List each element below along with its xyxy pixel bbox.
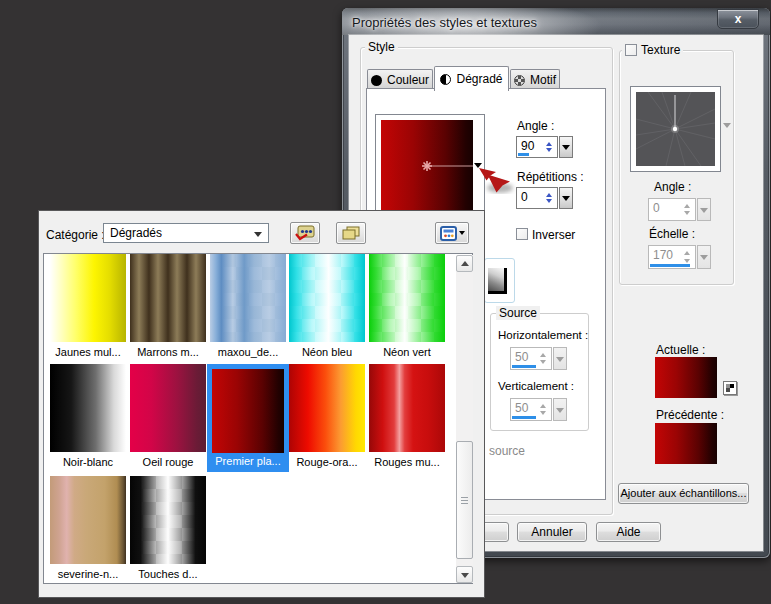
dialog-titlebar[interactable]: Propriétés des styles et textures	[342, 8, 770, 35]
edit-swatches-button[interactable]	[290, 222, 320, 244]
texture-preview-box	[630, 86, 721, 172]
tab-motif-label: Motif	[530, 73, 556, 87]
cancel-button[interactable]: Annuler	[517, 522, 587, 542]
spinner-meter-bar	[518, 153, 529, 156]
gradient-swatch[interactable]	[130, 364, 206, 452]
tab-couleur-label: Couleur	[387, 73, 429, 87]
link-source-label: source	[489, 444, 525, 458]
texture-checkbox[interactable]	[625, 44, 637, 56]
gradient-swatch[interactable]	[130, 476, 206, 564]
scrollbar-grip	[461, 503, 468, 504]
gradient-swatch[interactable]	[50, 254, 126, 342]
texture-preview	[636, 92, 715, 166]
scrollbar[interactable]	[456, 255, 473, 583]
gradient-swatch-label: Noir-blanc	[44, 456, 132, 468]
tab-degrade[interactable]: Dégradé	[434, 66, 509, 91]
tab-couleur[interactable]: Couleur	[367, 69, 433, 90]
category-combobox[interactable]: Dégradés	[103, 223, 269, 243]
texture-check-row: Texture	[622, 43, 683, 57]
gradient-swatch-label: Jaunes mul...	[44, 346, 132, 358]
spinner-dropdown-icon	[556, 408, 564, 413]
spinner-meter-bar	[650, 264, 690, 267]
spinner-value-box: 170	[648, 245, 696, 269]
gradient-swatch[interactable]	[50, 476, 126, 564]
gradient-swatch[interactable]	[212, 369, 284, 453]
spinner-value-box[interactable]: 0	[516, 187, 558, 209]
scrollbar-down-button[interactable]	[456, 566, 473, 583]
invert-label: Inverser	[532, 228, 575, 242]
scrollbar-thumb[interactable]	[456, 441, 473, 559]
horizontal-spinner[interactable]: 50	[510, 347, 567, 370]
spinner-dropdown-button	[697, 198, 711, 221]
angle-label: Angle :	[517, 119, 554, 133]
spinner-dropdown-button[interactable]	[559, 187, 573, 209]
spin-up-icon	[540, 404, 546, 408]
help-button[interactable]: Aide	[596, 522, 661, 542]
folders-icon	[341, 225, 361, 241]
gradient-preview[interactable]	[381, 120, 473, 210]
edit-swatches-icon	[295, 225, 315, 241]
red-arrow-cursor	[476, 164, 520, 204]
add-to-swatches-button[interactable]: Ajouter aux échantillons...	[618, 483, 749, 504]
combobox-arrow-icon[interactable]	[254, 232, 262, 237]
gradient-style-icon	[488, 268, 507, 294]
spinner-value-box[interactable]: 90	[516, 136, 558, 158]
gradient-center-marker	[381, 120, 473, 210]
category-label: Catégorie :	[46, 228, 105, 242]
spin-down-icon	[540, 411, 546, 415]
screenshot-stage: Propriétés des styles et textures x Styl…	[0, 0, 771, 604]
scroll-down-icon	[461, 573, 469, 578]
gradient-swatch[interactable]	[130, 254, 206, 342]
spinner-up-down	[681, 200, 694, 219]
spinner-dropdown-button	[553, 398, 567, 421]
gradient-item-selected[interactable]: Premier pla...	[207, 364, 289, 472]
tab-degrade-label: Dégradé	[456, 72, 502, 86]
category-value: Dégradés	[110, 226, 162, 240]
scrollbar-grip	[461, 497, 468, 498]
spinner-up-down[interactable]	[543, 189, 556, 207]
gradient-swatch[interactable]	[289, 364, 365, 452]
spin-up-icon	[540, 353, 546, 357]
repetitions-label: Répétitions :	[517, 170, 584, 184]
spinner-up-down[interactable]	[543, 138, 556, 156]
spin-up-icon	[684, 251, 690, 255]
scrollbar-up-button[interactable]	[456, 255, 473, 272]
gradient-preview-box[interactable]	[375, 114, 485, 216]
spinner-value: 0	[521, 190, 528, 204]
current-material-swatch[interactable]	[655, 357, 717, 398]
tab-motif[interactable]: Motif	[510, 69, 560, 90]
vertical-label: Verticalement :	[498, 380, 574, 392]
angle-spinner[interactable]: 90	[516, 136, 573, 158]
gradient-style-button[interactable]	[484, 258, 515, 303]
gradient-swatch[interactable]	[369, 254, 445, 342]
spinner-dropdown-button[interactable]	[559, 136, 573, 158]
texture-dropdown-arrow-icon	[723, 123, 731, 128]
gradient-swatch-label: Touches d...	[124, 568, 212, 580]
spinner-value: 170	[653, 248, 673, 262]
repetitions-spinner[interactable]: 0	[516, 187, 573, 209]
view-mode-button[interactable]	[435, 222, 469, 244]
spinner-value-box: 50	[510, 398, 552, 421]
gradient-swatch[interactable]	[50, 364, 126, 452]
source-group-label: Source	[496, 306, 540, 320]
gradient-swatch[interactable]	[289, 254, 365, 342]
gradient-swatch-label: Rouge-ora...	[283, 456, 371, 468]
close-button[interactable]: x	[717, 9, 759, 29]
gradient-swatch-label: Néon bleu	[283, 346, 371, 358]
spinner-value-box: 0	[648, 198, 696, 221]
color-tab-icon	[371, 75, 382, 86]
horizontal-label: Horizontalement :	[498, 329, 588, 341]
spinner-value: 50	[515, 350, 528, 364]
texture-angle-label: Angle :	[654, 180, 691, 194]
spinner-meter-bar	[512, 365, 536, 368]
gradient-swatch[interactable]	[369, 364, 445, 452]
spinner-dropdown-icon	[562, 196, 570, 201]
folders-button[interactable]	[336, 222, 366, 244]
vertical-spinner[interactable]: 50	[510, 398, 567, 421]
dialog-title: Propriétés des styles et textures	[352, 15, 537, 30]
swap-material-button[interactable]	[723, 381, 737, 395]
gradient-swatch[interactable]	[210, 254, 286, 342]
spin-up-icon	[684, 204, 690, 208]
spinner-value: 50	[515, 401, 528, 415]
invert-checkbox[interactable]	[516, 228, 528, 240]
